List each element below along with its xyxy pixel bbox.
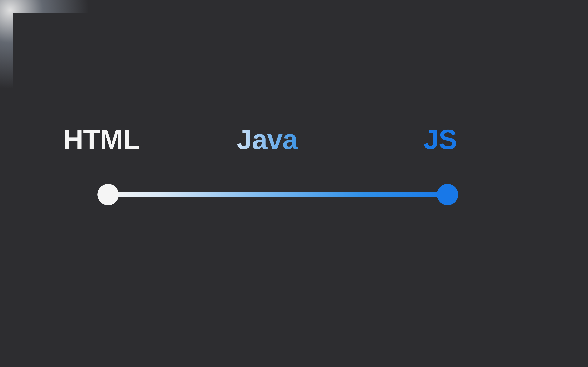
- timeline-track: [108, 192, 448, 197]
- timeline-knob-start: [97, 184, 119, 205]
- diagram-content: HTML Java JS: [0, 0, 588, 367]
- label-end: JS: [423, 123, 457, 155]
- label-start: HTML: [63, 123, 140, 155]
- label-middle: Java: [237, 123, 298, 155]
- gradient-timeline: [108, 187, 448, 202]
- timeline-knob-end: [437, 184, 458, 205]
